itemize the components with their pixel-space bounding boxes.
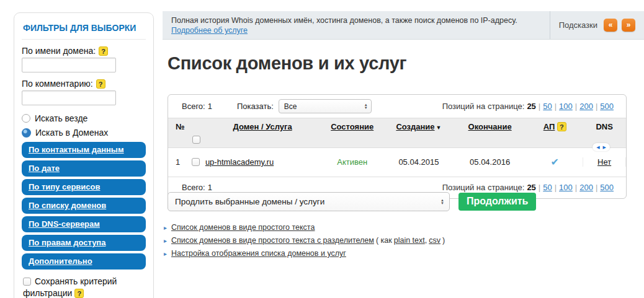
per-page-200[interactable]: 200 bbox=[579, 102, 593, 111]
per-page-50[interactable]: 50 bbox=[543, 183, 552, 192]
separator: | bbox=[539, 102, 540, 111]
help-icon[interactable]: ? bbox=[99, 46, 108, 56]
radio-search-in-domains-label: Искать в Доменах bbox=[35, 128, 108, 138]
domains-table: Всего: 1 Показать: Все ▲▼ Позиций на стр… bbox=[168, 94, 627, 199]
sort-desc-icon: ▼ bbox=[436, 125, 442, 131]
expires-date: 05.04.2016 bbox=[453, 157, 527, 167]
row-checkbox[interactable] bbox=[192, 158, 200, 166]
checkmark-icon: ✔ bbox=[551, 157, 559, 167]
hints-label: Подсказки bbox=[559, 20, 597, 30]
filter-button-service-type[interactable]: По типу сервисов bbox=[22, 179, 146, 195]
bullet-arrow-icon: ▸ bbox=[164, 250, 167, 257]
per-page-500[interactable]: 500 bbox=[600, 183, 614, 192]
domain-name-input[interactable] bbox=[22, 58, 116, 72]
separator: | bbox=[596, 102, 597, 111]
plain-text-list-link[interactable]: Список доменов в виде простого текста bbox=[171, 223, 315, 232]
per-page-50[interactable]: 50 bbox=[543, 102, 552, 111]
show-select[interactable]: Все ▲▼ bbox=[279, 99, 372, 113]
display-settings-link[interactable]: Настройка отображения списка доменов и у… bbox=[171, 249, 346, 258]
filter-button-additional[interactable]: Дополнительно bbox=[22, 253, 146, 270]
radio-checked-icon bbox=[22, 128, 31, 138]
per-page-control: Позиций на странице:25|50|100|200|500 bbox=[442, 102, 614, 111]
column-ap-sort[interactable]: АП bbox=[543, 122, 555, 131]
select-arrows-icon: ▲▼ bbox=[441, 199, 444, 205]
per-page-500[interactable]: 500 bbox=[600, 102, 614, 111]
help-icon[interactable]: ? bbox=[557, 122, 566, 131]
scroll-left-icon[interactable]: ◀ bbox=[596, 145, 599, 150]
per-page-100[interactable]: 100 bbox=[559, 102, 573, 111]
banner-message: Полная история Whois доменных имён, хост… bbox=[171, 16, 517, 25]
help-icon[interactable]: ? bbox=[96, 79, 105, 89]
help-icon[interactable]: ? bbox=[74, 289, 84, 298]
column-scroll-control[interactable]: ◀ ▶ bbox=[593, 143, 610, 151]
list-item: ▸ Список доменов в виде простого текста bbox=[164, 223, 447, 232]
table-row: 1 up-htmlacademy.ru Активен 05.04.2015 0… bbox=[168, 148, 626, 177]
csv-format-link[interactable]: csv bbox=[429, 236, 441, 245]
per-page-200[interactable]: 200 bbox=[579, 183, 593, 192]
column-num: № bbox=[168, 122, 187, 131]
column-state-sort[interactable]: Состояние bbox=[331, 122, 373, 131]
bulk-action-row: Продлить выбранные домены / услуги ▲▼ Пр… bbox=[168, 192, 627, 211]
hints-section: Подсказки « » bbox=[550, 11, 644, 39]
save-filter-checkbox-row[interactable]: Сохранять критерий фильтрации ? bbox=[23, 276, 145, 298]
column-expires-sort[interactable]: Окончание bbox=[468, 122, 512, 131]
filter-button-domain-list[interactable]: По списку доменов bbox=[22, 198, 146, 214]
row-number: 1 bbox=[168, 157, 187, 167]
column-dns: DNS bbox=[583, 122, 626, 131]
radio-unchecked-icon bbox=[22, 114, 30, 123]
total-value: 1 bbox=[208, 102, 212, 111]
filter-button-contact-data[interactable]: По контактным данным bbox=[22, 142, 146, 158]
domain-link[interactable]: up-htmlacademy.ru bbox=[205, 157, 274, 167]
domain-name-label-row: По имени домена: ? bbox=[22, 46, 146, 56]
separator: | bbox=[539, 183, 540, 192]
separator: | bbox=[596, 183, 597, 192]
select-arrows-icon: ▲▼ bbox=[364, 103, 368, 110]
comment-label-row: По комментарию: ? bbox=[22, 79, 146, 89]
radio-search-everywhere[interactable]: Искать везде bbox=[22, 113, 146, 123]
show-label: Показать: bbox=[237, 102, 274, 111]
scroll-right-icon[interactable]: ▶ bbox=[603, 145, 606, 150]
separator: | bbox=[555, 183, 557, 192]
delimited-list-note-pre: ( как bbox=[376, 236, 392, 245]
filters-panel-title: ФИЛЬТРЫ ДЛЯ ВЫБОРКИ bbox=[22, 20, 146, 40]
table-toolbar-top: Всего: 1 Показать: Все ▲▼ Позиций на стр… bbox=[168, 95, 626, 118]
per-page-current: 25 bbox=[527, 183, 535, 192]
status-badge: Активен bbox=[320, 157, 385, 167]
plain-text-format-link[interactable]: plain text bbox=[394, 236, 425, 245]
per-page-100[interactable]: 100 bbox=[559, 183, 573, 192]
domain-name-label: По имени домена: bbox=[22, 46, 96, 56]
list-item: ▸ Список доменов в виде простого текста … bbox=[164, 236, 447, 245]
continue-button[interactable]: Продолжить bbox=[458, 193, 536, 211]
table-header-selectall-row bbox=[168, 135, 626, 144]
footer-links: ▸ Список доменов в виде простого текста … bbox=[164, 223, 447, 262]
filter-button-date[interactable]: По дате bbox=[22, 160, 146, 177]
table-header: № Домен / Услуга Состояние Создание▼ Око… bbox=[168, 118, 626, 148]
total-value: 1 bbox=[208, 183, 212, 192]
filters-panel: ФИЛЬТРЫ ДЛЯ ВЫБОРКИ По имени домена: ? П… bbox=[14, 12, 154, 298]
radio-search-in-domains[interactable]: Искать в Доменах bbox=[22, 128, 146, 138]
dns-link[interactable]: Нет bbox=[597, 157, 611, 167]
show-select-value: Все bbox=[284, 102, 297, 111]
separator: | bbox=[555, 102, 557, 111]
hint-prev-button[interactable]: « bbox=[604, 19, 617, 32]
per-page-label: Позиций на странице: bbox=[442, 102, 525, 111]
banner-text: Полная история Whois доменных имён, хост… bbox=[163, 11, 550, 39]
more-about-service-link[interactable]: Подробнее об услуге bbox=[171, 26, 248, 35]
table-header-labels: № Домен / Услуга Состояние Создание▼ Око… bbox=[168, 122, 626, 131]
bulk-action-select[interactable]: Продлить выбранные домены / услуги ▲▼ bbox=[168, 192, 450, 211]
column-created-sort[interactable]: Создание bbox=[396, 122, 434, 131]
separator: | bbox=[575, 102, 577, 111]
total-label: Всего: bbox=[182, 183, 205, 192]
bulk-action-select-value: Продлить выбранные домены / услуги bbox=[175, 197, 324, 206]
filter-button-dns-servers[interactable]: По DNS-серверам bbox=[22, 216, 146, 232]
select-all-checkbox[interactable] bbox=[192, 136, 200, 144]
delimited-list-link[interactable]: Список доменов в виде простого текста с … bbox=[171, 236, 374, 245]
separator: | bbox=[575, 183, 577, 192]
info-banner: Полная история Whois доменных имён, хост… bbox=[163, 11, 644, 40]
hint-next-button[interactable]: » bbox=[622, 19, 635, 32]
column-domain-sort[interactable]: Домен / Услуга bbox=[233, 122, 292, 131]
comment-input[interactable] bbox=[22, 90, 116, 105]
delimited-list-note-post: ) bbox=[442, 236, 445, 245]
filter-button-access-rights[interactable]: По правам доступа bbox=[22, 235, 146, 251]
save-filter-checkbox[interactable] bbox=[23, 278, 31, 286]
